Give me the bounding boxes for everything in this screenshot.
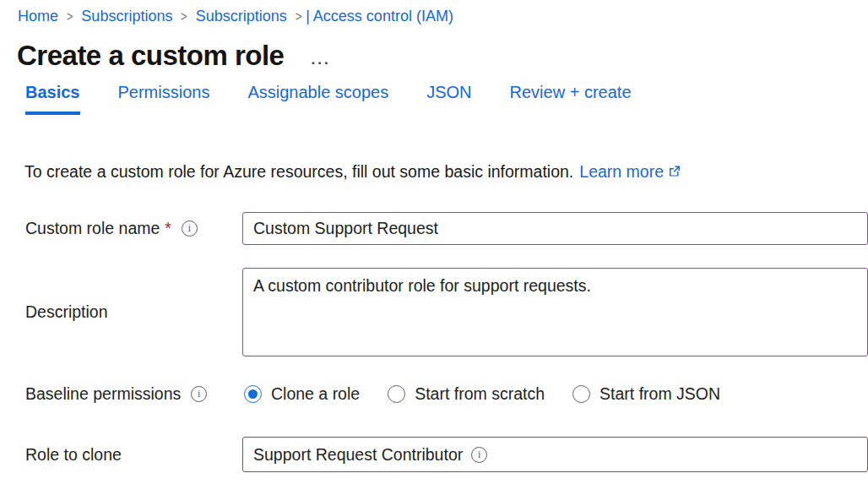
info-icon[interactable]: i <box>471 447 487 463</box>
custom-role-name-row: Custom role name * i <box>25 212 868 245</box>
radio-unselected-icon <box>572 385 590 403</box>
breadcrumb-subscriptions[interactable]: Subscriptions <box>81 8 172 25</box>
baseline-permissions-row: Baseline permissions i Clone a role Star… <box>25 384 868 404</box>
custom-role-name-label: Custom role name * i <box>25 219 242 238</box>
custom-role-name-label-text: Custom role name <box>25 219 160 238</box>
description-textarea[interactable]: A custom contributor role for support re… <box>242 268 868 356</box>
radio-start-from-scratch[interactable]: Start from scratch <box>388 384 545 404</box>
info-icon[interactable]: i <box>182 220 198 237</box>
tab-assignable-scopes[interactable]: Assignable scopes <box>247 83 388 115</box>
required-asterisk: * <box>165 219 171 238</box>
tab-json[interactable]: JSON <box>426 83 471 115</box>
breadcrumb-subscriptions-2[interactable]: Subscriptions <box>196 8 287 25</box>
intro-text: To create a custom role for Azure resour… <box>24 162 868 182</box>
breadcrumb-home[interactable]: Home <box>18 8 58 25</box>
role-to-clone-value: Support Request Contributor <box>253 445 463 465</box>
radio-unselected-icon <box>388 385 405 403</box>
breadcrumb: Home > Subscriptions > Subscriptions > |… <box>0 0 868 25</box>
radio-clone-a-role[interactable]: Clone a role <box>244 384 360 404</box>
page-title: Create a custom role <box>17 40 284 72</box>
tab-basics[interactable]: Basics <box>25 83 80 115</box>
basics-form: Custom role name * i Description A custo… <box>25 212 868 472</box>
tab-bar: Basics Permissions Assignable scopes JSO… <box>25 83 868 115</box>
role-to-clone-label-text: Role to clone <box>25 445 122 465</box>
role-to-clone-dropdown[interactable]: Support Request Contributor i <box>242 437 868 472</box>
baseline-permissions-radio-group: Clone a role Start from scratch Start fr… <box>244 384 868 404</box>
more-options-icon[interactable]: ... <box>311 52 330 68</box>
chevron-right-icon: > <box>181 9 187 24</box>
external-link-icon <box>668 162 681 182</box>
tab-review-create[interactable]: Review + create <box>510 83 632 115</box>
baseline-permissions-label-text: Baseline permissions <box>25 384 181 404</box>
tab-permissions[interactable]: Permissions <box>118 83 210 115</box>
role-to-clone-label: Role to clone <box>25 445 242 465</box>
intro-sentence: To create a custom role for Azure resour… <box>24 162 573 182</box>
description-label: Description <box>25 302 242 322</box>
radio-start-from-json-label: Start from JSON <box>599 384 720 404</box>
radio-start-from-scratch-label: Start from scratch <box>415 384 545 404</box>
custom-role-name-input[interactable] <box>242 212 868 245</box>
learn-more-link[interactable]: Learn more <box>579 162 664 182</box>
page-header: Create a custom role ... <box>17 40 868 72</box>
description-row: Description A custom contributor role fo… <box>25 268 868 356</box>
radio-selected-icon <box>244 385 262 403</box>
breadcrumb-access-control-iam[interactable]: | Access control (IAM) <box>306 8 453 25</box>
info-icon[interactable]: i <box>191 386 207 402</box>
baseline-permissions-label: Baseline permissions i <box>25 384 242 404</box>
description-label-text: Description <box>25 302 108 322</box>
chevron-right-icon: > <box>67 9 73 24</box>
role-to-clone-row: Role to clone Support Request Contributo… <box>25 437 868 472</box>
radio-clone-a-role-label: Clone a role <box>271 384 360 404</box>
radio-start-from-json[interactable]: Start from JSON <box>572 384 720 404</box>
chevron-right-icon: > <box>296 9 301 24</box>
